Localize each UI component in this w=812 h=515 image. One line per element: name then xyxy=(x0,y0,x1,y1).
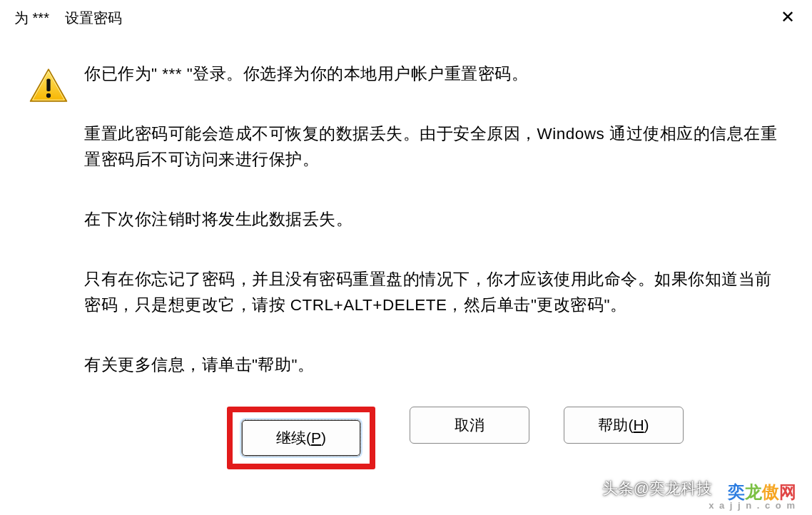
message-line-2: 重置此密码可能会造成不可恢复的数据丢失。由于安全原因，Windows 通过使相应… xyxy=(84,121,783,173)
button-row: 继续(P) 取消 帮助(H) xyxy=(127,399,783,484)
set-password-dialog: 为 *** 设置密码 ✕ xyxy=(0,0,812,515)
continue-label-post: ) xyxy=(321,429,326,447)
warning-icon xyxy=(29,67,68,484)
watermark-site: 奕龙傲网 x a j j n . c o m xyxy=(709,483,796,511)
message-line-5: 有关更多信息，请单击"帮助"。 xyxy=(84,352,783,378)
icon-column xyxy=(20,61,77,484)
cancel-label: 取消 xyxy=(455,415,484,435)
msg1-user: *** xyxy=(158,65,187,83)
dialog-title: 为 *** 设置密码 xyxy=(14,9,122,28)
cancel-button[interactable]: 取消 xyxy=(410,407,529,444)
watermark-site-main: 奕龙傲网 xyxy=(709,483,796,501)
dialog-body: 你已作为" *** "登录。你选择为你的本地用户帐户重置密码。 重置此密码可能会… xyxy=(0,33,812,491)
help-button[interactable]: 帮助(H) xyxy=(564,407,684,444)
svg-point-1 xyxy=(46,93,51,98)
title-prefix: 为 xyxy=(14,10,33,26)
title-suffix: 设置密码 xyxy=(61,10,123,26)
continue-label-pre: 继续( xyxy=(276,428,311,448)
msg1-after: "登录。你选择为你的本地用户帐户重置密码。 xyxy=(187,65,529,83)
continue-accel: P xyxy=(311,429,321,447)
close-icon: ✕ xyxy=(781,7,795,27)
message-line-3: 在下次你注销时将发生此数据丢失。 xyxy=(84,207,783,233)
continue-button[interactable]: 继续(P) xyxy=(241,419,361,457)
watermark-toutiao: 头条@奕龙科技 xyxy=(602,478,712,499)
watermark-site-sub: x a j j n . c o m xyxy=(709,501,796,511)
close-button[interactable]: ✕ xyxy=(773,4,802,30)
message-line-4: 只有在你忘记了密码，并且没有密码重置盘的情况下，你才应该使用此命令。如果你知道当… xyxy=(84,267,783,318)
message-line-1: 你已作为" *** "登录。你选择为你的本地用户帐户重置密码。 xyxy=(84,61,783,87)
svg-rect-0 xyxy=(46,78,50,91)
title-bar: 为 *** 设置密码 ✕ xyxy=(0,0,812,33)
help-accel: H xyxy=(633,417,644,434)
continue-highlight: 继续(P) xyxy=(227,407,375,469)
msg1-before: 你已作为" xyxy=(84,65,158,83)
message-column: 你已作为" *** "登录。你选择为你的本地用户帐户重置密码。 重置此密码可能会… xyxy=(77,61,783,484)
title-username: *** xyxy=(33,10,49,26)
help-label-post: ) xyxy=(644,417,649,434)
help-label-pre: 帮助( xyxy=(598,415,633,435)
